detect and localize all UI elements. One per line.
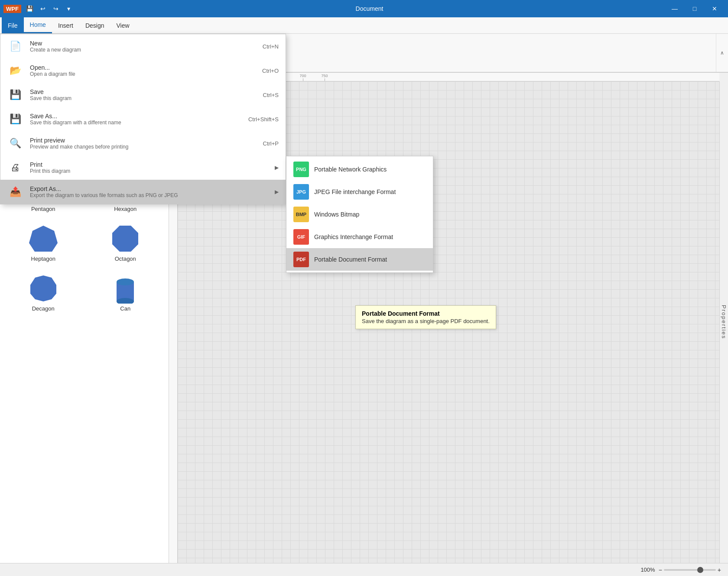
- ruler-mark-700: 700: [292, 74, 314, 81]
- wpf-logo: WPF: [3, 5, 21, 13]
- shape-octagon-label: Octagon: [115, 256, 136, 262]
- quick-access-dropdown[interactable]: ▾: [64, 3, 74, 14]
- open-desc: Open a diagram file: [30, 71, 75, 77]
- maximize-button[interactable]: □: [685, 0, 705, 17]
- shape-pentagon-label: Pentagon: [31, 206, 55, 212]
- menu-bar: File Home Insert Design View: [0, 17, 728, 34]
- printpreview-shortcut: Ctrl+P: [263, 140, 279, 147]
- jpg-label: JPEG File interchange Format: [314, 188, 396, 195]
- saveas-title: Save As...: [30, 113, 121, 120]
- tooltip-pdf: Portable Document Format Save the diagra…: [355, 305, 496, 329]
- menu-item-saveas[interactable]: 💾 Save As... Save this diagram with a di…: [0, 107, 286, 131]
- exportas-desc: Export the diagram to various file forma…: [30, 192, 178, 198]
- menu-design[interactable]: Design: [79, 17, 110, 33]
- menu-file[interactable]: File: [2, 17, 24, 33]
- shape-decagon[interactable]: Decagon: [4, 270, 82, 315]
- print-title: Print: [30, 161, 70, 168]
- menu-view[interactable]: View: [110, 17, 136, 33]
- bmp-icon: BMP: [293, 207, 309, 222]
- zoom-out-button[interactable]: −: [659, 566, 662, 573]
- png-label: Portable Network Graphics: [314, 166, 387, 173]
- properties-label: Properties: [721, 305, 727, 339]
- export-submenu: PNG Portable Network Graphics JPG JPEG F…: [286, 156, 433, 273]
- gif-icon: GIF: [293, 229, 309, 245]
- saveas-icon: 💾: [7, 111, 23, 127]
- menu-item-print[interactable]: 🖨 Print Print this diagram ▶: [0, 155, 286, 180]
- open-title: Open...: [30, 64, 75, 71]
- saveas-shortcut: Ctrl+Shift+S: [248, 116, 279, 123]
- svg-point-10: [117, 278, 134, 285]
- exportas-icon: 📤: [7, 184, 23, 200]
- save-shortcut: Ctrl+S: [263, 92, 279, 98]
- zoom-value: 100%: [640, 566, 655, 573]
- zoom-thumb[interactable]: [697, 567, 703, 573]
- shape-octagon[interactable]: Octagon: [87, 220, 165, 265]
- new-shortcut: Ctrl+N: [263, 43, 279, 50]
- pdf-label: Portable Document Format: [314, 256, 387, 263]
- print-arrow-icon: ▶: [275, 165, 279, 171]
- gif-label: Graphics Interchange Format: [314, 233, 393, 240]
- tooltip-desc: Save the diagram as a single-page PDF do…: [362, 318, 490, 324]
- pdf-icon: PDF: [293, 252, 309, 267]
- export-pdf[interactable]: PDF Portable Document Format: [286, 248, 433, 271]
- export-png[interactable]: PNG Portable Network Graphics: [286, 158, 433, 181]
- save-desc: Save this diagram: [30, 95, 72, 101]
- save-title: Save: [30, 88, 72, 95]
- shape-can-label: Can: [120, 305, 130, 312]
- save-icon: 💾: [7, 87, 23, 103]
- zoom-in-button[interactable]: +: [718, 566, 721, 573]
- svg-marker-8: [30, 275, 56, 301]
- ribbon-collapse-button[interactable]: ∧: [716, 34, 728, 72]
- open-icon: 📂: [7, 63, 23, 78]
- export-bmp[interactable]: BMP Windows Bitmap: [286, 203, 433, 226]
- shape-heptagon-label: Heptagon: [31, 256, 55, 262]
- png-icon: PNG: [293, 162, 309, 177]
- menu-item-exportas[interactable]: 📤 Export As... Export the diagram to var…: [0, 180, 286, 204]
- menu-item-open[interactable]: 📂 Open... Open a diagram file Ctrl+O: [0, 58, 286, 83]
- bmp-label: Windows Bitmap: [314, 211, 359, 218]
- new-icon: 📄: [7, 39, 23, 54]
- jpg-icon: JPG: [293, 184, 309, 200]
- save-quick-button[interactable]: 💾: [25, 3, 35, 14]
- export-jpg[interactable]: JPG JPEG File interchange Format: [286, 181, 433, 203]
- svg-marker-6: [29, 226, 58, 252]
- shape-hexagon-label: Hexagon: [114, 206, 136, 212]
- export-gif[interactable]: GIF Graphics Interchange Format: [286, 226, 433, 248]
- menu-item-printpreview[interactable]: 🔍 Print preview Preview and make changes…: [0, 131, 286, 155]
- shape-decagon-label: Decagon: [32, 305, 55, 312]
- ruler-mark-750: 750: [314, 74, 335, 81]
- exportas-arrow-icon: ▶: [275, 189, 279, 195]
- menu-item-save[interactable]: 💾 Save Save this diagram Ctrl+S: [0, 83, 286, 107]
- svg-marker-7: [112, 226, 138, 252]
- open-shortcut: Ctrl+O: [262, 68, 279, 74]
- undo-button[interactable]: ↩: [38, 3, 48, 14]
- print-icon: 🖨: [7, 160, 23, 175]
- file-menu: 📄 New Create a new diagram Ctrl+N 📂 Open…: [0, 34, 286, 204]
- shape-heptagon[interactable]: Heptagon: [4, 220, 82, 265]
- zoom-slider[interactable]: [664, 569, 716, 571]
- menu-insert[interactable]: Insert: [52, 17, 79, 33]
- saveas-desc: Save this diagram with a different name: [30, 120, 121, 126]
- menu-item-new[interactable]: 📄 New Create a new diagram Ctrl+N: [0, 34, 286, 58]
- printpreview-desc: Preview and make changes before printing: [30, 144, 128, 150]
- new-title: New: [30, 40, 81, 47]
- menu-home[interactable]: Home: [24, 17, 52, 33]
- redo-button[interactable]: ↪: [51, 3, 61, 14]
- window-title: Document: [74, 5, 665, 12]
- title-bar: WPF 💾 ↩ ↪ ▾ Document — □ ✕: [0, 0, 728, 17]
- properties-panel[interactable]: Properties: [719, 81, 728, 563]
- printpreview-icon: 🔍: [7, 136, 23, 151]
- printpreview-title: Print preview: [30, 137, 128, 144]
- exportas-title: Export As...: [30, 185, 178, 192]
- minimize-button[interactable]: —: [665, 0, 685, 17]
- close-button[interactable]: ✕: [705, 0, 725, 17]
- shape-can[interactable]: Can: [87, 270, 165, 315]
- status-bar: 100% − +: [0, 563, 728, 576]
- tooltip-title: Portable Document Format: [362, 310, 490, 317]
- print-desc: Print this diagram: [30, 168, 70, 174]
- new-desc: Create a new diagram: [30, 47, 81, 53]
